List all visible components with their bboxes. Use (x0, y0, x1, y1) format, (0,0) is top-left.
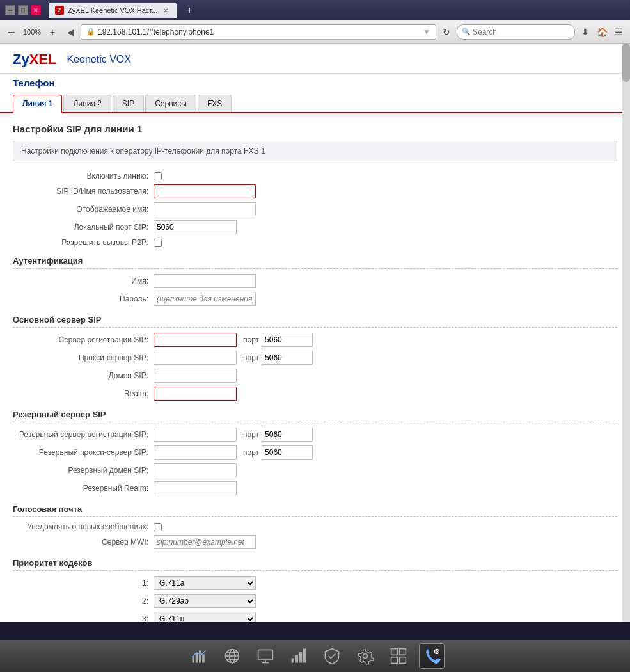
codec2-label: 2: (13, 596, 154, 605)
backup-reg-port-input[interactable] (262, 428, 313, 442)
backup-reg-input[interactable] (154, 428, 237, 442)
auth-password-input[interactable] (154, 292, 256, 306)
taskbar-signal[interactable] (286, 643, 311, 669)
main-server-title: Основной сервер SIP (13, 315, 617, 328)
tab-fxs[interactable]: FXS (198, 95, 232, 112)
voicemail-subsection: Голосовая почта (13, 504, 617, 517)
address-bar[interactable]: 🔒 ▼ (81, 24, 436, 40)
tab-close-button[interactable]: ✕ (161, 6, 170, 15)
form-group-codec1: 1: G.711a G.711u G.729ab G.722 G.723 G.7… (13, 576, 617, 590)
codec2-select[interactable]: G.711a G.711u G.729ab G.722 G.723 G.726 (154, 594, 256, 608)
display-name-input[interactable] (154, 202, 256, 216)
form-group-authname: Имя: (13, 274, 617, 288)
form-group-proxyserver: Прокси-сервер SIP: порт (13, 351, 617, 365)
maximize-button[interactable]: □ (18, 5, 28, 15)
notify-label: Уведомлять о новых сообщениях: (13, 522, 154, 531)
proxy-server-port-input[interactable] (262, 351, 313, 365)
auth-subsection: Аутентификация (13, 256, 617, 269)
domain-input[interactable] (154, 369, 237, 383)
search-icon: 🔍 (462, 28, 471, 36)
backup-reg-label: Резервный сервер регистрации SIP: (13, 430, 154, 439)
minimize-button[interactable]: ─ (5, 5, 15, 15)
scrollbar-thumb[interactable] (622, 44, 630, 82)
reg-server-input[interactable] (154, 333, 237, 347)
backup-proxy-input[interactable] (154, 445, 237, 460)
browser-toolbar: ─ 100% + ◀ 🔒 ▼ ↻ 🔍 ⬇ 🏠 ☰ (0, 20, 630, 44)
backup-domain-label: Резервный домен SIP: (13, 466, 154, 475)
codec1-select[interactable]: G.711a G.711u G.729ab G.722 G.723 G.726 (154, 576, 256, 590)
taskbar-shield[interactable] (319, 643, 345, 669)
form-group-backupreg: Резервный сервер регистрации SIP: порт (13, 428, 617, 442)
menu-button[interactable]: ☰ (611, 24, 626, 40)
enable-line-checkbox[interactable] (154, 172, 162, 180)
svg-rect-2 (199, 650, 201, 662)
tab-sip[interactable]: SIP (113, 95, 144, 112)
voicemail-section-title: Голосовая почта (13, 504, 617, 517)
mwi-server-label: Сервер MWI: (13, 538, 154, 547)
search-wrapper: 🔍 (457, 24, 575, 40)
reg-server-port-input[interactable] (262, 333, 313, 347)
taskbar (0, 640, 630, 672)
backup-realm-input[interactable] (154, 481, 237, 495)
taskbar-gear[interactable] (352, 643, 378, 669)
local-port-input[interactable] (154, 220, 237, 234)
page-header: Телефон (0, 74, 630, 95)
add-tab-toolbar-button[interactable]: + (45, 24, 60, 40)
taskbar-phone[interactable] (419, 643, 445, 669)
tab-line2[interactable]: Линия 2 (63, 95, 111, 112)
tab-line1[interactable]: Линия 1 (13, 95, 62, 113)
scrollbar-track[interactable] (622, 44, 630, 622)
backup-domain-input[interactable] (154, 463, 237, 477)
form-group-localport: Локальный порт SIP: (13, 220, 617, 234)
taskbar-globe[interactable] (219, 643, 245, 669)
p2p-label: Разрешить вызовы P2P: (13, 238, 154, 247)
back-button[interactable]: ─ (4, 24, 19, 40)
proxy-server-input[interactable] (154, 351, 237, 365)
realm-input[interactable] (154, 387, 237, 401)
taskbar-chart[interactable] (186, 643, 212, 669)
tab-services[interactable]: Сервисы (145, 95, 196, 112)
notify-checkbox[interactable] (154, 523, 162, 531)
svg-point-17 (363, 654, 367, 659)
svg-rect-16 (303, 649, 306, 663)
auth-name-input[interactable] (154, 274, 256, 288)
display-name-label: Отображаемое имя: (13, 205, 154, 214)
form-group-codec2: 2: G.711a G.711u G.729ab G.722 G.723 G.7… (13, 594, 617, 608)
new-tab-button[interactable]: + (182, 3, 197, 18)
sip-id-input[interactable] (154, 184, 256, 198)
refresh-button[interactable]: ↻ (439, 24, 454, 40)
backup-reg-port-group: порт (154, 428, 313, 442)
svg-rect-3 (202, 654, 205, 662)
download-button[interactable]: ⬇ (578, 24, 593, 40)
backup-proxy-port-input[interactable] (262, 445, 313, 460)
browser-tab-active[interactable]: Z ZyXEL Keenetic VOX Наст... ✕ (49, 3, 177, 18)
form-group-codec3: 3: G.711a G.711u G.729ab G.722 G.723 G.7… (13, 612, 617, 622)
form-group-regserver: Сервер регистрации SIP: порт (13, 333, 617, 347)
search-input[interactable] (457, 24, 575, 40)
url-input[interactable] (98, 28, 420, 36)
home-button[interactable]: 🏠 (594, 24, 610, 40)
tab-favicon: Z (55, 6, 64, 15)
info-box: Настройки подключения к оператору IP-тел… (13, 141, 617, 161)
local-port-label: Локальный порт SIP: (13, 223, 154, 232)
backup-proxy-label: Резервный прокси-сервер SIP: (13, 448, 154, 457)
lock-icon: 🔒 (86, 28, 95, 36)
taskbar-grid[interactable] (386, 643, 411, 669)
form-group-sipid: SIP ID/Имя пользователя: (13, 184, 617, 198)
codec3-select[interactable]: G.711a G.711u G.729ab G.722 G.723 G.726 (154, 612, 256, 622)
form-group-realm: Realm: (13, 387, 617, 401)
p2p-checkbox[interactable] (154, 239, 162, 247)
codec1-label: 1: (13, 579, 154, 588)
codec3-label: 3: (13, 614, 154, 622)
svg-rect-21 (399, 657, 406, 664)
mwi-server-input[interactable] (154, 535, 256, 549)
proxy-server-port-label: порт (243, 353, 259, 362)
close-button[interactable]: ✕ (31, 5, 41, 15)
nav-back-button[interactable]: ◀ (63, 24, 78, 40)
auth-section-title: Аутентификация (13, 256, 617, 269)
taskbar-network[interactable] (253, 643, 278, 669)
svg-rect-19 (399, 649, 406, 655)
enable-line-label: Включить линию: (13, 172, 154, 180)
svg-rect-15 (299, 652, 301, 663)
form-section-title: Настройки SIP для линии 1 (13, 124, 617, 134)
